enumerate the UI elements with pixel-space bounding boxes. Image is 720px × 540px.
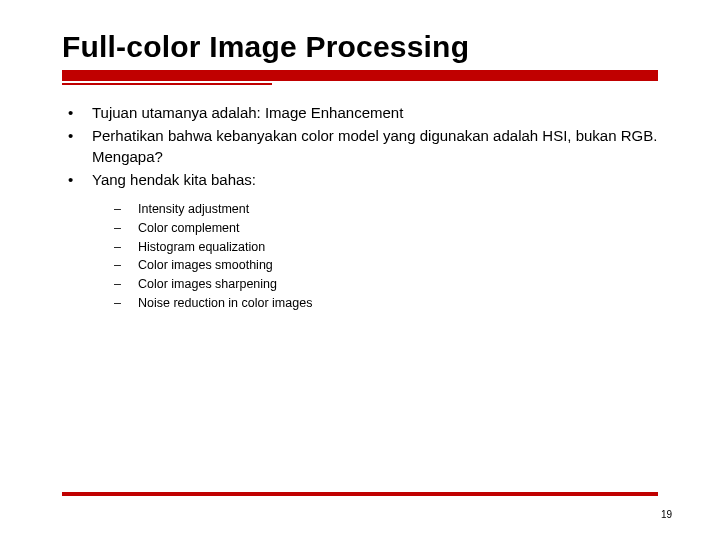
sub-bullet-text: Color complement xyxy=(138,219,239,238)
bullet-icon: • xyxy=(62,126,92,146)
dash-icon: – xyxy=(108,256,138,275)
sub-bullet-item: – Histogram equalization xyxy=(108,238,660,257)
sub-bullet-item: – Noise reduction in color images xyxy=(108,294,660,313)
slide: Full-color Image Processing • Tujuan uta… xyxy=(0,0,720,540)
sub-bullet-list: – Intensity adjustment – Color complemen… xyxy=(108,200,660,313)
sub-bullet-item: – Color images smoothing xyxy=(108,256,660,275)
bullet-item: • Yang hendak kita bahas: xyxy=(62,170,660,190)
slide-body: • Tujuan utamanya adalah: Image Enhancem… xyxy=(0,85,720,313)
sub-bullet-text: Intensity adjustment xyxy=(138,200,249,219)
sub-bullet-text: Noise reduction in color images xyxy=(138,294,312,313)
bullet-icon: • xyxy=(62,103,92,123)
dash-icon: – xyxy=(108,275,138,294)
sub-bullet-item: – Intensity adjustment xyxy=(108,200,660,219)
bullet-text: Tujuan utamanya adalah: Image Enhancemen… xyxy=(92,103,660,123)
bullet-list: • Tujuan utamanya adalah: Image Enhancem… xyxy=(62,103,660,190)
sub-bullet-text: Histogram equalization xyxy=(138,238,265,257)
dash-icon: – xyxy=(108,200,138,219)
sub-bullet-item: – Color complement xyxy=(108,219,660,238)
bullet-icon: • xyxy=(62,170,92,190)
sub-bullet-text: Color images sharpening xyxy=(138,275,277,294)
bullet-item: • Perhatikan bahwa kebanyakan color mode… xyxy=(62,126,660,167)
title-underline xyxy=(0,70,720,85)
title-wrap: Full-color Image Processing xyxy=(0,0,720,64)
dash-icon: – xyxy=(108,294,138,313)
page-number: 19 xyxy=(661,509,672,520)
slide-title: Full-color Image Processing xyxy=(62,30,720,64)
sub-bullet-text: Color images smoothing xyxy=(138,256,273,275)
dash-icon: – xyxy=(108,238,138,257)
bullet-text: Yang hendak kita bahas: xyxy=(92,170,660,190)
bullet-item: • Tujuan utamanya adalah: Image Enhancem… xyxy=(62,103,660,123)
rule-thick xyxy=(62,70,658,81)
bullet-text: Perhatikan bahwa kebanyakan color model … xyxy=(92,126,660,167)
sub-bullet-item: – Color images sharpening xyxy=(108,275,660,294)
footer-rule xyxy=(62,492,658,496)
dash-icon: – xyxy=(108,219,138,238)
